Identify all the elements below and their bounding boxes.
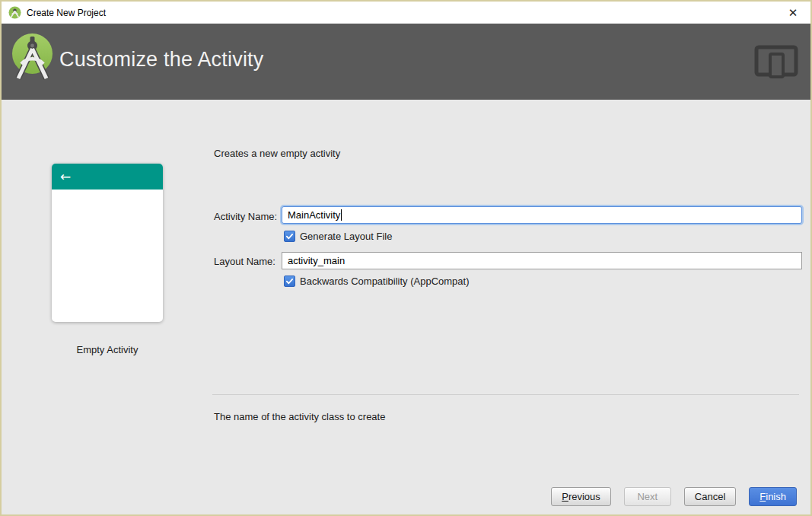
generate-layout-checkbox[interactable]: Generate Layout File xyxy=(284,231,392,242)
cancel-button[interactable]: Cancel xyxy=(684,487,736,506)
close-icon[interactable]: ✕ xyxy=(775,2,810,24)
devices-icon xyxy=(754,45,798,78)
field-help-text: The name of the activity class to create xyxy=(214,411,385,422)
button-bar: Previous Next Cancel Finish xyxy=(551,487,797,506)
previous-button[interactable]: Previous xyxy=(551,487,611,506)
preview-app-bar: ← xyxy=(52,164,163,190)
title-bar[interactable]: Create New Project ✕ xyxy=(2,2,810,24)
dialog-body: ← Empty Activity Creates a new empty act… xyxy=(2,100,810,514)
template-description: Creates a new empty activity xyxy=(214,148,340,159)
activity-name-label: Activity Name: xyxy=(214,211,277,222)
section-divider xyxy=(212,394,799,395)
back-arrow-icon: ← xyxy=(60,169,71,184)
layout-name-input[interactable]: activity_main xyxy=(282,252,802,269)
layout-name-value: activity_main xyxy=(288,255,345,266)
checkbox-checked-icon xyxy=(284,276,295,287)
create-new-project-dialog: Create New Project ✕ Customize the Activ… xyxy=(0,0,812,516)
checkbox-checked-icon xyxy=(284,231,295,242)
wizard-header: Customize the Activity xyxy=(2,24,810,100)
generate-layout-label: Generate Layout File xyxy=(300,231,392,242)
next-button[interactable]: Next xyxy=(624,487,671,506)
text-caret xyxy=(341,209,342,221)
activity-name-value: MainActivity xyxy=(288,209,340,221)
activity-preview-card[interactable]: ← xyxy=(52,164,163,322)
backwards-compat-label: Backwards Compatibility (AppCompat) xyxy=(300,276,470,287)
android-studio-icon xyxy=(8,6,21,19)
layout-name-label: Layout Name: xyxy=(214,256,275,267)
activity-name-input[interactable]: MainActivity xyxy=(282,206,802,224)
finish-button[interactable]: Finish xyxy=(749,487,797,506)
android-studio-logo-icon xyxy=(11,33,53,83)
backwards-compat-checkbox[interactable]: Backwards Compatibility (AppCompat) xyxy=(284,276,470,287)
page-title: Customize the Activity xyxy=(59,48,264,72)
window-title: Create New Project xyxy=(27,8,106,18)
template-name-label: Empty Activity xyxy=(52,344,163,355)
